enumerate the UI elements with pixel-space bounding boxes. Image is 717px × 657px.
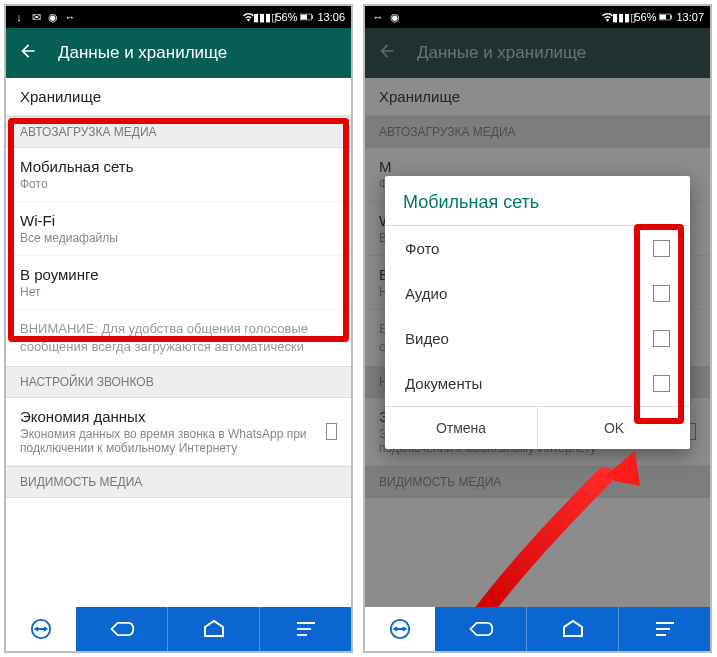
eye-icon: ◉ — [46, 10, 60, 24]
opt-photo-checkbox[interactable] — [653, 240, 670, 257]
opt-docs[interactable]: Документы — [385, 361, 690, 406]
battery-text: 56% — [634, 11, 656, 23]
hdr-calls: НАСТРОЙКИ ЗВОНКОВ — [6, 366, 351, 398]
opt-audio-checkbox[interactable] — [653, 285, 670, 302]
econ-sub: Экономия данных во время звонка в WhatsA… — [20, 427, 326, 455]
teamviewer-icon: ↔ — [371, 10, 385, 24]
svg-rect-1 — [312, 15, 313, 19]
phone-left: ↓ ✉ ◉ ↔ ▮▮▮▯ 56% 13:06 Данные и хранилищ… — [4, 4, 353, 653]
row-data-saving[interactable]: Экономия данных Экономия данных во время… — [6, 398, 351, 466]
row-mobile[interactable]: Мобильная сеть Фото — [6, 148, 351, 202]
page-title: Данные и хранилище — [58, 43, 227, 63]
signal-icon: ▮▮▮▯ — [258, 10, 272, 24]
statusbar: ↓ ✉ ◉ ↔ ▮▮▮▯ 56% 13:06 — [6, 6, 351, 28]
dialog-cancel-button[interactable]: Отмена — [385, 407, 537, 449]
roaming-sub: Нет — [20, 285, 98, 299]
mobile-title: Мобильная сеть — [20, 158, 134, 175]
dialog-title: Мобильная сеть — [385, 176, 690, 225]
navbar — [365, 607, 710, 651]
mobile-sub: Фото — [20, 177, 134, 191]
phone-right: ↔ ◉ ▮▮▮▯ 56% 13:07 Данные и хранилище Хр… — [363, 4, 712, 653]
nav-teamviewer[interactable] — [365, 607, 435, 651]
dialog-ok-button[interactable]: OK — [537, 407, 690, 449]
storage-label: Хранилище — [20, 88, 101, 105]
opt-video-checkbox[interactable] — [653, 330, 670, 347]
row-roaming[interactable]: В роуминге Нет — [6, 256, 351, 310]
row-storage[interactable]: Хранилище — [6, 78, 351, 116]
opt-photo[interactable]: Фото — [385, 226, 690, 271]
statusbar: ↔ ◉ ▮▮▮▯ 56% 13:07 — [365, 6, 710, 28]
wifi-sub: Все медиафайлы — [20, 231, 118, 245]
battery-icon — [300, 10, 314, 24]
dialog-mobile-network: Мобильная сеть Фото Аудио Видео Документ… — [385, 176, 690, 449]
clock: 13:06 — [317, 11, 345, 23]
econ-checkbox[interactable] — [326, 423, 337, 440]
nav-back[interactable] — [435, 607, 527, 651]
opt-audio[interactable]: Аудио — [385, 271, 690, 316]
battery-text: 56% — [275, 11, 297, 23]
navbar — [6, 607, 351, 651]
opt-audio-label: Аудио — [405, 285, 447, 302]
roaming-title: В роуминге — [20, 266, 98, 283]
opt-video[interactable]: Видео — [385, 316, 690, 361]
signal-icon: ▮▮▮▯ — [617, 10, 631, 24]
teamviewer-icon: ↔ — [63, 10, 77, 24]
appbar: Данные и хранилище — [6, 28, 351, 78]
hdr-autodownload: АВТОЗАГРУЗКА МЕДИА — [6, 116, 351, 148]
econ-title: Экономия данных — [20, 408, 326, 425]
row-wifi[interactable]: Wi-Fi Все медиафайлы — [6, 202, 351, 256]
nav-recent[interactable] — [619, 607, 710, 651]
nav-home[interactable] — [168, 607, 260, 651]
back-icon[interactable] — [18, 41, 38, 65]
battery-icon — [659, 10, 673, 24]
opt-photo-label: Фото — [405, 240, 439, 257]
opt-docs-label: Документы — [405, 375, 482, 392]
eye-icon: ◉ — [388, 10, 402, 24]
clock: 13:07 — [676, 11, 704, 23]
svg-rect-9 — [660, 15, 666, 20]
svg-rect-2 — [301, 15, 307, 20]
nav-teamviewer[interactable] — [6, 607, 76, 651]
wifi-title: Wi-Fi — [20, 212, 118, 229]
hdr-visibility: ВИДИМОСТЬ МЕДИА — [6, 466, 351, 498]
svg-rect-8 — [671, 15, 672, 19]
opt-docs-checkbox[interactable] — [653, 375, 670, 392]
mail-icon: ✉ — [29, 10, 43, 24]
nav-recent[interactable] — [260, 607, 351, 651]
nav-back[interactable] — [76, 607, 168, 651]
nav-home[interactable] — [527, 607, 619, 651]
download-icon: ↓ — [12, 10, 26, 24]
autodownload-note: ВНИМАНИЕ: Для удобства общения голосовые… — [6, 310, 351, 366]
opt-video-label: Видео — [405, 330, 449, 347]
content: Хранилище АВТОЗАГРУЗКА МЕДИА Мобильная с… — [6, 78, 351, 607]
